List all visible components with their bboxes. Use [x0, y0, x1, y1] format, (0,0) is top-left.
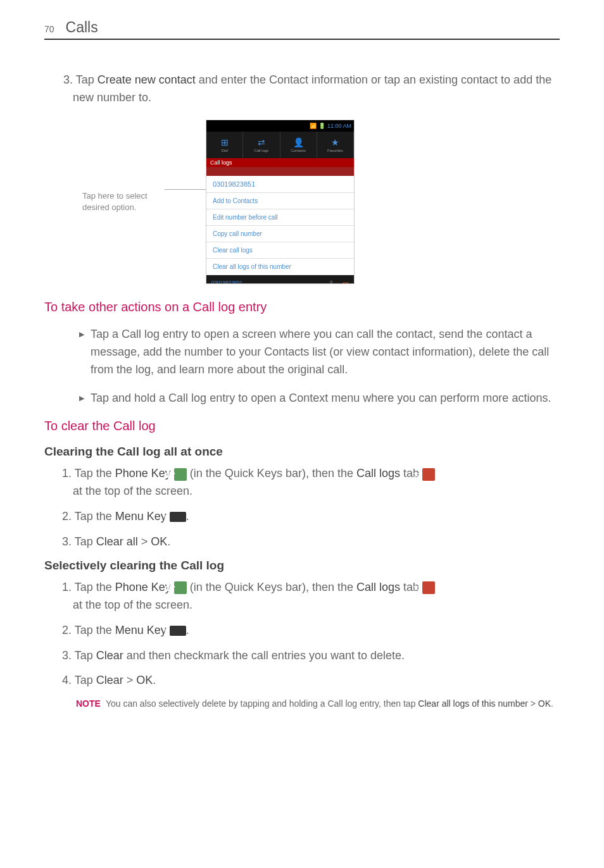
- subsection-clear-all-heading: Clearing the Call log all at once: [44, 445, 560, 459]
- number-display: 03019823851: [206, 176, 354, 193]
- dial-tab[interactable]: ⊞Dial: [206, 132, 243, 158]
- menu-key-icon: [170, 626, 186, 636]
- note-text: You can also selectively delete by tappi…: [106, 697, 560, 710]
- phone-icon[interactable]: 📞: [329, 280, 339, 284]
- calllogs-tab-icon: [422, 468, 435, 481]
- log-entry-1[interactable]: 03019823851 Received call 📞 ✉: [206, 275, 354, 284]
- phone-screenshot: 📶 🔋 11:00 AM ⊞Dial ⇄Call logs 👤Contacts …: [206, 120, 355, 284]
- signal-icon: 📶: [310, 123, 317, 129]
- log-icons: 📞 ✉: [329, 280, 349, 284]
- log-number: 03019823851: [211, 280, 242, 284]
- menu-key-icon: [170, 512, 186, 522]
- step-2: 2. Tap the Menu Key .: [44, 508, 560, 526]
- calllogs-tab-icon: [422, 581, 435, 594]
- bullet-arrow-icon: ▶: [79, 394, 84, 402]
- bullet-text: Tap and hold a Call log entry to open a …: [91, 390, 560, 407]
- dial-icon: ⊞: [221, 137, 229, 147]
- log-entry-text: 03019823851 Received call: [211, 280, 242, 284]
- step-2b: 2. Tap the Menu Key .: [44, 622, 560, 640]
- time-display: 11:00 AM: [327, 123, 351, 129]
- menu-edit-number[interactable]: Edit number before call: [206, 209, 354, 226]
- bullet-item: ▶ Tap and hold a Call log entry to open …: [79, 390, 560, 407]
- annotation-line: [165, 189, 206, 190]
- step-1: 1. Tap the Phone Key (in the Quick Keys …: [44, 465, 560, 500]
- step-num: 3.: [63, 73, 73, 86]
- contacts-label: Contacts: [291, 149, 306, 152]
- note-block: NOTE You can also selectively delete by …: [76, 697, 560, 710]
- call-logs-section-label: Call logs: [206, 158, 354, 167]
- page-header: 70 Calls: [44, 19, 560, 40]
- favorites-tab[interactable]: ★Favorites: [317, 132, 354, 158]
- section-take-actions-heading: To take other actions on a Call log entr…: [44, 300, 560, 314]
- phone-key-icon: [174, 581, 187, 594]
- bullet-text: Tap a Call log entry to open a screen wh…: [91, 326, 560, 379]
- battery-icon: 🔋: [318, 123, 325, 129]
- screenshot-container: Tap here to select desired option. 📶 🔋 1…: [82, 120, 560, 284]
- calllogs-label: Call logs: [254, 149, 268, 152]
- phone-tab-bar: ⊞Dial ⇄Call logs 👤Contacts ★Favorites: [206, 132, 354, 158]
- favorites-icon: ★: [331, 137, 339, 147]
- calllogs-icon: ⇄: [258, 137, 265, 147]
- bracket-icon: [206, 226, 209, 242]
- bullet-item: ▶ Tap a Call log entry to open a screen …: [79, 326, 560, 379]
- annotation-label: Tap here to select desired option.: [82, 190, 165, 213]
- menu-copy-number[interactable]: Copy call number: [206, 226, 354, 242]
- note-label: NOTE: [76, 697, 101, 710]
- step-bold: Create new contact: [98, 73, 196, 86]
- bullet-arrow-icon: ▶: [79, 330, 84, 338]
- section-clear-log-heading: To clear the Call log: [44, 419, 560, 433]
- phone-key-icon: [174, 468, 187, 481]
- step-prefix: Tap: [76, 73, 98, 86]
- step-4b: 4. Tap Clear > OK.: [44, 672, 560, 690]
- contacts-icon: 👤: [293, 137, 304, 147]
- status-bar: 📶 🔋 11:00 AM: [206, 120, 354, 132]
- favorites-label: Favorites: [327, 149, 343, 152]
- dial-label: Dial: [221, 149, 227, 152]
- calllogs-tab[interactable]: ⇄Call logs: [243, 132, 280, 158]
- number-row: [206, 167, 354, 176]
- intro-step: 3. Tap Create new contact and enter the …: [63, 71, 560, 107]
- mail-icon[interactable]: ✉: [343, 280, 349, 284]
- step-1b: 1. Tap the Phone Key (in the Quick Keys …: [44, 579, 560, 614]
- menu-clear-logs[interactable]: Clear call logs: [206, 242, 354, 259]
- header-title: Calls: [66, 19, 98, 36]
- step-3b: 3. Tap Clear and then checkmark the call…: [44, 647, 560, 665]
- page-number: 70: [44, 24, 54, 34]
- menu-add-contacts[interactable]: Add to Contacts: [206, 193, 354, 209]
- step-3: 3. Tap Clear all > OK.: [44, 533, 560, 551]
- subsection-selective-heading: Selectively clearing the Call log: [44, 559, 560, 573]
- bracket-icon: [206, 259, 209, 275]
- menu-clear-all-logs[interactable]: Clear all logs of this number: [206, 259, 354, 275]
- bracket-icon: [206, 193, 209, 209]
- contacts-tab[interactable]: 👤Contacts: [280, 132, 317, 158]
